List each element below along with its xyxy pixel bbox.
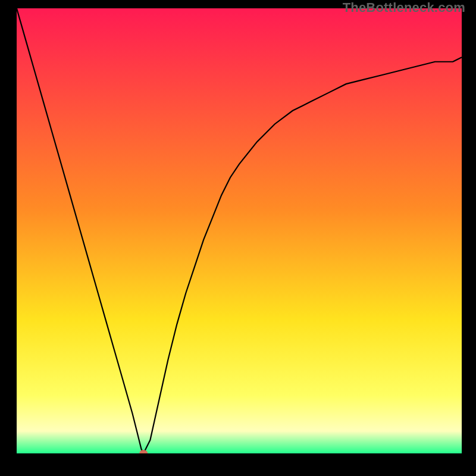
gradient-background [17, 8, 462, 453]
chart-container: TheBottleneck.com [0, 0, 476, 476]
bottleneck-chart [17, 8, 462, 453]
watermark-text: TheBottleneck.com [343, 0, 465, 15]
